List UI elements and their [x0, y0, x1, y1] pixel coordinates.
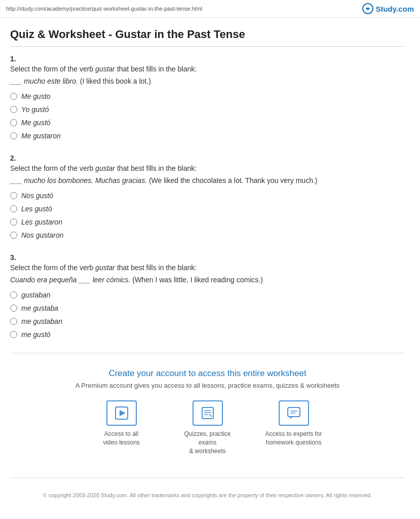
option-item: Les gustó [10, 205, 405, 213]
q3-option-c-radio[interactable] [10, 318, 17, 325]
chat-icon [287, 406, 301, 420]
q3-verb: gustar [95, 264, 115, 272]
q2-verb: gustar [95, 164, 115, 172]
question-2-sentence: ___ mucho los bombones. Muchas gracias. … [10, 176, 405, 184]
footer-divider [10, 477, 405, 478]
feature-experts: Access to experts forhomework questions [261, 400, 327, 455]
option-item: Me gustó [10, 119, 405, 127]
quizzes-icon-box [193, 400, 223, 426]
question-2-instruction: Select the form of the verb gustar that … [10, 164, 405, 172]
q3-option-b-radio[interactable] [10, 305, 17, 312]
q2-sentence-italic: ___ mucho los bombones. Muchas gracias. [10, 176, 147, 184]
q2-option-c-radio[interactable] [10, 218, 17, 226]
svg-marker-2 [120, 410, 126, 416]
main-content: Quiz & Worksheet - Gustar in the Past Te… [0, 18, 420, 515]
q1-option-c-radio[interactable] [10, 119, 17, 126]
q2-option-a-radio[interactable] [10, 192, 17, 199]
option-item: Me gustaron [10, 132, 405, 140]
page-title: Quiz & Worksheet - Gustar in the Past Te… [10, 28, 405, 47]
q1-sentence-translation: (I liked this book a lot.) [78, 77, 151, 85]
questions-container: 1. Select the form of the verb gustar th… [10, 55, 405, 339]
q1-option-c-label: Me gustó [21, 119, 51, 127]
question-1: 1. Select the form of the verb gustar th… [10, 55, 405, 140]
q3-option-a-radio[interactable] [10, 291, 17, 299]
question-1-number: 1. [10, 55, 405, 63]
q1-option-d-label: Me gustaron [21, 132, 61, 140]
q1-sentence-italic: ___ mucho este libro. [10, 77, 78, 85]
q3-option-b-label: me gustaba [21, 304, 58, 312]
video-lessons-icon-box [106, 400, 137, 426]
q1-option-b-radio[interactable] [10, 106, 17, 113]
cta-subtitle: A Premium account gives you access to al… [20, 382, 395, 389]
q1-verb: gustar [95, 65, 115, 73]
feature-video-lessons: Access to allvideo lessons [89, 400, 155, 455]
cta-section: Create your account to access this entir… [10, 353, 405, 477]
footer-text: © copyright 2003-2020 Study.com. All oth… [10, 486, 405, 505]
q2-instruction-suffix: that best fills in the blank: [115, 164, 197, 172]
q1-instruction-suffix: that best fills in the blank: [115, 65, 197, 73]
option-item: me gustaban [10, 317, 405, 325]
q2-option-a-label: Nos gustó [21, 192, 53, 200]
question-3-number: 3. [10, 253, 405, 262]
logo-area: Study.com [362, 3, 414, 14]
question-3-options: gustaban me gustaba me gustaban me gustó [10, 291, 405, 339]
question-2-number: 2. [10, 154, 405, 162]
q2-option-b-radio[interactable] [10, 205, 17, 212]
q2-option-c-label: Les gustaron [21, 218, 62, 226]
option-item: gustaban [10, 291, 405, 299]
question-1-sentence: ___ mucho este libro. (I liked this book… [10, 77, 405, 85]
studycom-logo-icon [362, 3, 373, 14]
top-bar: http://study.com/academy/practice/quiz-w… [0, 0, 420, 18]
option-item: Nos gustaron [10, 231, 405, 239]
q2-option-d-radio[interactable] [10, 232, 17, 239]
q3-option-d-label: me gustó [21, 330, 51, 339]
option-item: Nos gustó [10, 192, 405, 200]
feature-experts-label: Access to experts forhomework questions [265, 430, 322, 447]
option-item: Les gustaron [10, 218, 405, 226]
question-3: 3. Select the form of the verb gustar th… [10, 253, 405, 339]
q1-option-a-label: Me gusto [21, 92, 51, 100]
quiz-icon [201, 406, 215, 420]
q3-sentence-translation: (When I was little, I liked reading comi… [130, 276, 262, 284]
q1-option-b-label: Yo gustó [21, 105, 49, 114]
q3-sentence-italic: Cuando era pequeña ___ leer cómics. [10, 276, 130, 284]
q1-option-a-radio[interactable] [10, 93, 17, 100]
question-1-instruction: Select the form of the verb gustar that … [10, 65, 405, 73]
q3-option-a-label: gustaban [21, 291, 51, 299]
q1-option-d-radio[interactable] [10, 132, 17, 139]
q3-instruction-suffix: that best fills in the blank: [115, 264, 197, 272]
q2-option-d-label: Nos gustaron [21, 231, 63, 239]
svg-rect-7 [288, 407, 300, 417]
option-item: Yo gustó [10, 105, 405, 114]
feature-video-label: Access to allvideo lessons [103, 430, 140, 447]
svg-rect-3 [202, 407, 213, 419]
url-bar: http://study.com/academy/practice/quiz-w… [6, 6, 202, 12]
question-3-instruction: Select the form of the verb gustar that … [10, 264, 405, 272]
q3-option-d-radio[interactable] [10, 331, 17, 338]
cta-title: Create your account to access this entir… [20, 368, 395, 379]
experts-icon-box [279, 400, 309, 426]
question-3-sentence: Cuando era pequeña ___ leer cómics. (Whe… [10, 276, 405, 284]
option-item: me gustó [10, 330, 405, 339]
logo-text: Study.com [375, 5, 414, 13]
q1-instruction-prefix: Select the form of the verb [10, 65, 95, 73]
question-2-options: Nos gustó Les gustó Les gustaron Nos gus… [10, 192, 405, 239]
play-icon [114, 406, 129, 420]
question-2: 2. Select the form of the verb gustar th… [10, 154, 405, 239]
question-1-options: Me gusto Yo gustó Me gustó Me gustaron [10, 92, 405, 140]
q3-instruction-prefix: Select the form of the verb [10, 264, 95, 272]
q2-sentence-translation: (We liked the chocolates a lot. Thank yo… [147, 176, 317, 184]
q3-option-c-label: me gustaban [21, 317, 62, 325]
q2-instruction-prefix: Select the form of the verb [10, 164, 95, 172]
feature-quizzes-label: Quizzes, practice exams& worksheets [175, 430, 241, 455]
option-item: me gustaba [10, 304, 405, 312]
features-row: Access to allvideo lessons Quizzes, prac… [20, 400, 395, 455]
option-item: Me gusto [10, 92, 405, 100]
feature-quizzes: Quizzes, practice exams& worksheets [175, 400, 241, 455]
q2-option-b-label: Les gustó [21, 205, 52, 213]
